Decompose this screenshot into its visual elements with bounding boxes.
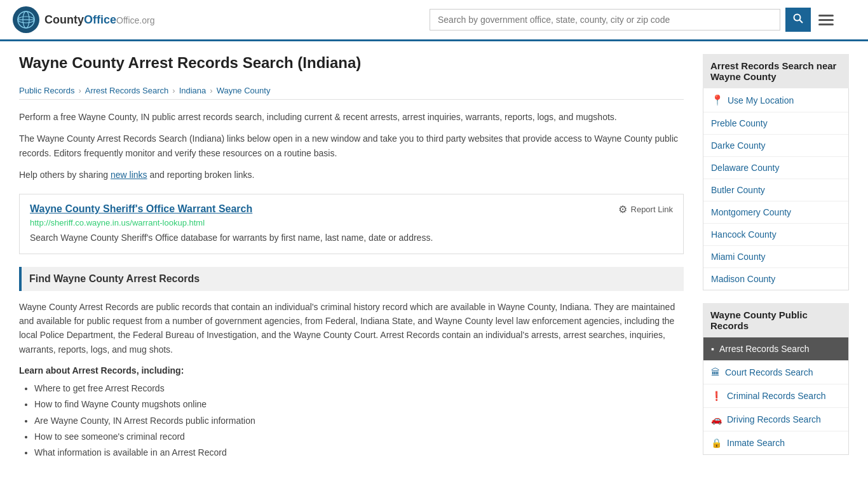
learn-list: Where to get free Arrest Records How to … [19, 381, 684, 461]
use-my-location-link[interactable]: Use My Location [728, 95, 794, 105]
delaware-county-link[interactable]: Delaware County [711, 163, 779, 173]
report-link-button[interactable]: ⚙ Report Link [618, 203, 673, 215]
nearby-section-title: Arrest Records Search near Wayne County [703, 54, 849, 88]
preble-county-item[interactable]: Preble County [703, 112, 848, 135]
sidebar: Arrest Records Search near Wayne County … [703, 54, 849, 468]
breadcrumb: Public Records › Arrest Records Search ›… [19, 82, 684, 100]
miami-county-item[interactable]: Miami County [703, 246, 848, 268]
madison-county-link[interactable]: Madison County [711, 274, 775, 284]
preble-county-link[interactable]: Preble County [711, 118, 768, 128]
driving-records-icon: 🚗 [711, 414, 722, 424]
arrest-records-search-item[interactable]: ▪ Arrest Records Search [703, 337, 848, 361]
arrest-records-icon: ▪ [711, 344, 714, 354]
inmate-search-icon: 🔒 [711, 438, 722, 448]
list-item: Are Wayne County, IN Arrest Records publ… [34, 413, 684, 429]
darke-county-link[interactable]: Darke County [711, 140, 766, 151]
find-section-heading: Find Wayne County Arrest Records [19, 267, 684, 291]
butler-county-link[interactable]: Butler County [711, 185, 765, 195]
delaware-county-item[interactable]: Delaware County [703, 157, 848, 179]
list-item: How to see someone's criminal record [34, 429, 684, 445]
site-header: CountyOfficeOffice.org [0, 0, 868, 41]
description-2: The Wayne County Arrest Records Search (… [19, 132, 684, 160]
logo-area: CountyOfficeOffice.org [13, 6, 154, 33]
sheriff-link-box: Wayne County Sheriff's Office Warrant Se… [19, 194, 684, 254]
breadcrumb-wayne-county[interactable]: Wayne County [217, 86, 271, 95]
hancock-county-link[interactable]: Hancock County [711, 229, 776, 240]
montgomery-county-link[interactable]: Montgomery County [711, 207, 791, 217]
butler-county-item[interactable]: Butler County [703, 179, 848, 201]
search-input[interactable] [430, 9, 780, 30]
court-records-search-item[interactable]: 🏛 Court Records Search [703, 361, 848, 384]
nearby-counties-list: 📍 Use My Location Preble County Darke Co… [703, 88, 849, 290]
learn-heading: Learn about Arrest Records, including: [19, 365, 684, 376]
hancock-county-item[interactable]: Hancock County [703, 224, 848, 246]
list-item: Where to get free Arrest Records [34, 381, 684, 396]
public-records-list: ▪ Arrest Records Search 🏛 Court Records … [703, 337, 849, 455]
criminal-records-search-item[interactable]: ❗ Criminal Records Search [703, 384, 848, 408]
breadcrumb-arrest-records[interactable]: Arrest Records Search [85, 86, 169, 95]
svg-line-5 [800, 20, 803, 24]
svg-point-4 [794, 15, 801, 21]
criminal-records-search-link[interactable]: Criminal Records Search [727, 391, 826, 401]
main-column: Wayne County Arrest Records Search (Indi… [19, 54, 684, 468]
breadcrumb-sep-2: › [172, 86, 175, 95]
driving-records-search-link[interactable]: Driving Records Search [727, 414, 821, 424]
court-records-icon: 🏛 [711, 367, 720, 377]
public-records-section-title: Wayne County Public Records [703, 303, 849, 337]
page-content: Wayne County Arrest Records Search (Indi… [0, 41, 868, 480]
breadcrumb-sep-3: › [210, 86, 212, 95]
darke-county-item[interactable]: Darke County [703, 135, 848, 157]
link-url: http://sheriff.co.wayne.in.us/warrant-lo… [30, 218, 673, 227]
breadcrumb-sep-1: › [78, 86, 81, 95]
madison-county-item[interactable]: Madison County [703, 268, 848, 290]
list-item: What information is available in an Arre… [34, 445, 684, 461]
inmate-search-link[interactable]: Inmate Search [727, 438, 785, 448]
montgomery-county-item[interactable]: Montgomery County [703, 201, 848, 224]
public-records-section: Wayne County Public Records ▪ Arrest Rec… [703, 303, 849, 455]
page-title: Wayne County Arrest Records Search (Indi… [19, 54, 684, 72]
logo-text: CountyOfficeOffice.org [44, 13, 154, 27]
report-icon: ⚙ [618, 203, 627, 215]
menu-button[interactable] [816, 12, 836, 28]
search-area [430, 8, 836, 32]
miami-county-link[interactable]: Miami County [711, 252, 766, 262]
court-records-search-link[interactable]: Court Records Search [725, 367, 813, 377]
description-3: Help others by sharing new links and rep… [19, 168, 684, 182]
description-1: Perform a free Wayne County, IN public a… [19, 110, 684, 124]
logo-icon [13, 6, 39, 33]
use-my-location-item[interactable]: 📍 Use My Location [703, 88, 848, 112]
new-links-link[interactable]: new links [111, 170, 147, 180]
breadcrumb-public-records[interactable]: Public Records [19, 86, 74, 95]
inmate-search-item[interactable]: 🔒 Inmate Search [703, 431, 848, 454]
breadcrumb-indiana[interactable]: Indiana [179, 86, 207, 95]
driving-records-search-item[interactable]: 🚗 Driving Records Search [703, 408, 848, 431]
location-icon: 📍 [711, 94, 724, 106]
find-body-text: Wayne County Arrest Records are public r… [19, 300, 684, 357]
sheriff-link-title[interactable]: Wayne County Sheriff's Office Warrant Se… [30, 203, 252, 215]
search-button[interactable] [785, 8, 811, 32]
criminal-records-icon: ❗ [711, 391, 722, 401]
link-description: Search Wayne County Sheriff's Office dat… [30, 231, 673, 245]
list-item: How to find Wayne County mugshots online [34, 396, 684, 412]
arrest-records-search-link[interactable]: Arrest Records Search [719, 344, 810, 354]
